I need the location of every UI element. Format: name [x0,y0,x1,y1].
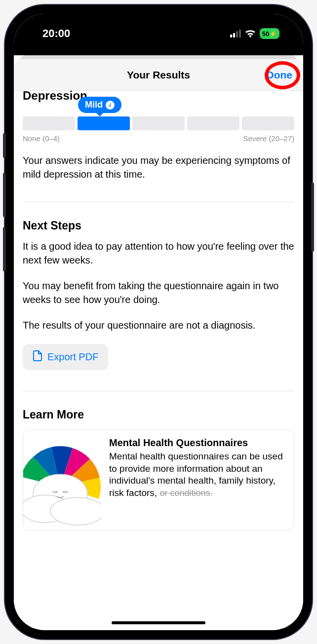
phone-silent-switch [3,133,6,158]
learn-card-image [23,430,101,530]
learn-card-cutoff: or conditions. [159,488,212,498]
phone-power-button [311,183,314,252]
phone-volume-down [3,227,6,271]
learn-card-text: Mental Health Questionnaires Mental heal… [101,430,294,530]
severity-segment-3 [132,116,185,130]
wifi-icon [245,30,256,38]
next-steps-para-2: You may benefit from taking the question… [23,279,294,306]
info-icon[interactable]: i [106,101,115,110]
severity-segment-5 [242,116,294,130]
status-icons: 50⚡ [230,28,279,39]
result-summary: Your answers indicate you may be experie… [23,153,294,181]
phone-frame: 20:00 50⚡ Your Results Done Depression [5,5,312,639]
next-steps-para-3: The results of your questionnaire are no… [23,318,294,332]
done-button[interactable]: Done [267,69,293,81]
severity-badge-label: Mild [85,100,103,110]
cellular-signal-icon [230,30,241,38]
severity-min-label: None (0–4) [23,134,60,143]
home-indicator[interactable] [112,621,205,624]
content-scroll[interactable]: Depression Mild i None (0–4) Severe (20–… [14,91,303,628]
modal-header: Your Results Done [14,59,303,91]
svg-point-2 [50,497,101,525]
next-steps-para-1: It is a good idea to pay attention to ho… [23,239,294,267]
divider [23,391,294,391]
learn-more-card[interactable]: Mental Health Questionnaires Mental heal… [23,429,294,531]
severity-bar [23,116,294,130]
learn-card-description: Mental health questionnaires can be used… [109,451,286,499]
divider [23,202,294,202]
phone-volume-up [3,173,6,217]
severity-segment-1 [23,116,75,130]
export-pdf-label: Export PDF [47,351,98,363]
learn-card-title: Mental Health Questionnaires [109,437,286,449]
severity-labels: None (0–4) Severe (20–27) [23,134,294,143]
dynamic-island [117,23,200,45]
severity-segment-4 [187,116,239,130]
export-pdf-button[interactable]: Export PDF [23,344,108,370]
depression-heading: Depression [23,91,294,103]
next-steps-heading: Next Steps [23,219,294,232]
severity-segment-2 [78,116,130,130]
phone-screen: 20:00 50⚡ Your Results Done Depression [14,14,303,630]
modal-title: Your Results [127,69,190,81]
learn-more-heading: Learn More [23,408,294,421]
battery-indicator: 50⚡ [260,28,279,39]
severity-scale: Mild i None (0–4) Severe (20–27) [23,116,294,143]
severity-badge[interactable]: Mild i [78,97,121,113]
severity-max-label: Severe (20–27) [243,134,294,143]
status-time: 20:00 [42,27,70,40]
document-icon [33,350,42,364]
